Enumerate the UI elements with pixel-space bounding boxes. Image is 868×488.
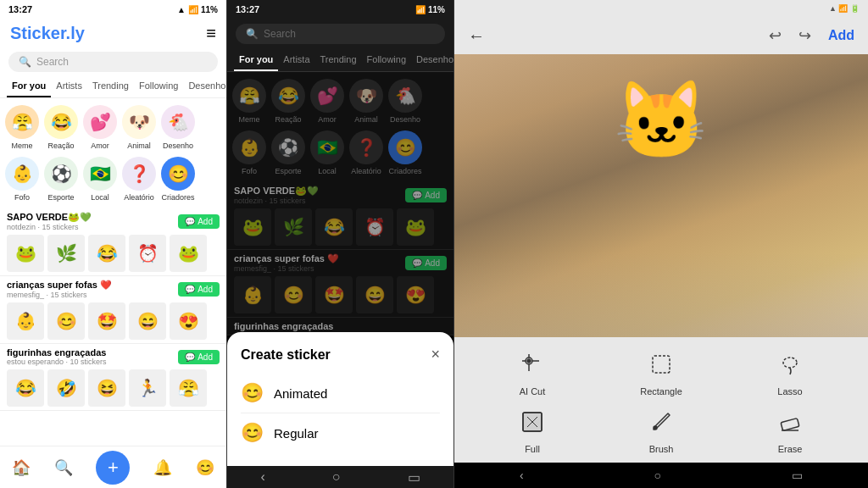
rectangle-icon-3 — [643, 346, 680, 383]
add-button-3[interactable]: Add — [828, 28, 854, 43]
pack-header-sapo-1: SAPO VERDE🐸💚 notdezin · 15 stickers 💬 Ad… — [7, 212, 220, 231]
cat-esporte-1[interactable]: ⚽ Esporte — [44, 157, 78, 202]
sys-recent-3[interactable]: ▭ — [792, 469, 803, 482]
sys-back-2[interactable]: ‹ — [261, 469, 265, 485]
tabs-1: For you Artists Trending Following Desen… — [0, 75, 226, 98]
cat-animal-1[interactable]: 🐶 Animal — [122, 105, 156, 150]
tab-trending-1[interactable]: Trending — [87, 75, 134, 97]
status-icons-2: 📶 11% — [415, 5, 445, 14]
phone3: ▲ 📶 🔋 ← ↩ ↪ Add 🐱 — [454, 0, 868, 488]
tool-brush-3[interactable]: Brush — [600, 403, 722, 454]
status-bar-2: 13:27 📶 11% — [227, 0, 453, 19]
cat-criadores-1[interactable]: 😊 Criadores — [161, 157, 195, 202]
cat-reacao-1[interactable]: 😂 Reação — [44, 105, 78, 150]
editor-actions-3: ↩ ↪ Add — [769, 26, 854, 45]
tab-desenhos-1[interactable]: Desenhos — [183, 75, 227, 97]
lasso-label-3: Lasso — [777, 386, 802, 396]
pack-sapo-1: SAPO VERDE🐸💚 notdezin · 15 stickers 💬 Ad… — [0, 208, 226, 276]
undo-button-3[interactable]: ↩ — [769, 26, 782, 45]
sys-nav-3: ‹ ○ ▭ — [454, 463, 868, 488]
tab-foryou-2[interactable]: For you — [234, 49, 278, 71]
sticker-item: 👶 — [7, 302, 44, 340]
tools-panel-3: AI Cut Rectangle Lasso — [454, 337, 868, 463]
sticker-item: 😄 — [129, 302, 166, 340]
regular-icon-2: 😊 — [241, 422, 264, 444]
modal-option-regular-2[interactable]: 😊 Regular — [241, 413, 440, 452]
dark-search-2[interactable]: 🔍 Search — [236, 24, 445, 44]
tab-artista-2[interactable]: Artista — [278, 49, 314, 71]
sys-home-2[interactable]: ○ — [332, 469, 341, 485]
nav-bell-1[interactable]: 🔔 — [153, 458, 172, 477]
add-btn-sapo-1[interactable]: 💬 Add — [178, 214, 220, 229]
nav-add-1[interactable]: + — [96, 451, 130, 485]
sticker-item: 🌿 — [47, 235, 85, 272]
full-icon-3 — [514, 403, 551, 441]
ai-cut-icon-3 — [514, 346, 551, 383]
nav-search-1[interactable]: 🔍 — [54, 458, 73, 477]
nav-emoji-1[interactable]: 😊 — [196, 458, 214, 477]
redo-button-3[interactable]: ↪ — [798, 26, 811, 45]
back-button-3[interactable]: ← — [468, 26, 485, 46]
tab-trending-2[interactable]: Trending — [315, 49, 362, 71]
tab-artists-1[interactable]: Artists — [51, 75, 87, 97]
tool-ai-cut-3[interactable]: AI Cut — [471, 346, 593, 396]
tab-desenhos-2[interactable]: Desenhos — [411, 49, 454, 71]
modal-close-2[interactable]: × — [431, 346, 440, 363]
pack-header-figurinhas-1: figurinhas engraçadas estou esperando · … — [7, 347, 220, 366]
menu-icon-1[interactable]: ≡ — [206, 24, 216, 43]
sticker-item: 😂 — [7, 369, 44, 407]
search-icon-1: 🔍 — [19, 56, 31, 68]
cat-meme-1[interactable]: 😤 Meme — [5, 105, 39, 150]
modal-option-animated-2[interactable]: 😊 Animated — [241, 374, 440, 413]
editor-header-3: ← ↩ ↪ Add — [454, 17, 868, 54]
erase-icon-3 — [771, 403, 809, 441]
ai-cut-label-3: AI Cut — [520, 386, 546, 396]
cat-emoji: 🐱 — [614, 82, 709, 158]
svg-rect-2 — [653, 356, 670, 373]
tab-foryou-1[interactable]: For you — [7, 75, 51, 97]
modal-overlay-2[interactable]: Create sticker × 😊 Animated 😊 Regular — [227, 72, 453, 466]
search-icon-2: 🔍 — [246, 28, 259, 40]
image-container-3: 🐱 — [454, 54, 868, 337]
dark-content-2: 😤 Meme 😂 Reação 💕 Amor 🐶 Animal 🐔 Desenh… — [227, 72, 453, 466]
status-icons-1: ▲ 📶 11% — [177, 5, 218, 14]
pack-criancas-1: crianças super fofas ❤️ memesfig_ · 15 s… — [0, 276, 226, 344]
cat-desenho-1[interactable]: 🐔 Desenho — [161, 105, 195, 150]
sticker-item: 🤩 — [88, 302, 125, 340]
sticker-item: 🤣 — [47, 369, 85, 407]
add-btn-figurinhas-1[interactable]: 💬 Add — [178, 350, 220, 364]
pack-stickers-figurinhas-1: 😂 🤣 😆 🏃 😤 — [7, 369, 220, 407]
sys-home-3[interactable]: ○ — [654, 469, 661, 482]
tool-full-3[interactable]: Full — [471, 403, 593, 454]
erase-label-3: Erase — [778, 444, 803, 454]
sticker-item: 😊 — [47, 302, 85, 340]
pack-figurinhas-1: figurinhas engraçadas estou esperando · … — [0, 344, 226, 411]
tool-lasso-3[interactable]: Lasso — [729, 346, 851, 396]
modal-header-2: Create sticker × — [241, 346, 440, 363]
pack-stickers-sapo-1: 🐸 🌿 😂 ⏰ 🐸 — [7, 235, 220, 272]
pack-header-criancas-1: crianças super fofas ❤️ memesfig_ · 15 s… — [7, 280, 220, 299]
cat-local-1[interactable]: 🇧🇷 Local — [83, 157, 117, 202]
lasso-icon-3 — [771, 346, 809, 383]
cat-amor-1[interactable]: 💕 Amor — [83, 105, 117, 150]
search-bar-1[interactable]: 🔍 Search — [8, 52, 218, 72]
nav-home-1[interactable]: 🏠 — [12, 458, 31, 477]
status-bar-1: 13:27 ▲ 📶 11% — [0, 0, 226, 19]
sys-back-3[interactable]: ‹ — [520, 469, 524, 482]
modal-title-2: Create sticker — [241, 347, 331, 363]
dark-header-2: 🔍 Search — [227, 19, 453, 49]
tool-erase-3[interactable]: Erase — [729, 403, 851, 454]
tab-following-1[interactable]: Following — [134, 75, 183, 97]
categories-row1-1: 😤 Meme 😂 Reação 💕 Amor 🐶 Animal 🐔 Desenh… — [0, 98, 226, 157]
cat-fofo-1[interactable]: 👶 Fofo — [5, 157, 39, 202]
sys-recent-2[interactable]: ▭ — [408, 469, 420, 485]
tab-following-2[interactable]: Following — [362, 49, 411, 71]
svg-point-3 — [783, 358, 797, 368]
sticker-item: 😆 — [88, 369, 125, 407]
cat-aleatorio-1[interactable]: ❓ Aleatório — [122, 157, 156, 202]
add-btn-criancas-1[interactable]: 💬 Add — [178, 282, 220, 297]
regular-label-2: Regular — [274, 426, 319, 441]
tool-rectangle-3[interactable]: Rectangle — [600, 346, 722, 396]
sticker-item: 😍 — [170, 302, 207, 340]
svg-rect-5 — [523, 413, 542, 431]
